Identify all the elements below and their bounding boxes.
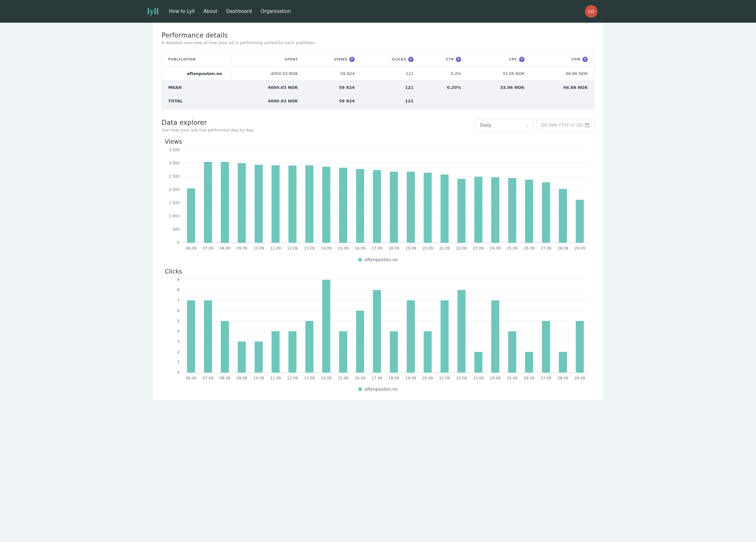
svg-text:11.09: 11.09: [270, 246, 281, 250]
chevron-down-icon: ⌄: [525, 123, 529, 127]
bar[interactable]: [305, 165, 313, 243]
bar[interactable]: [559, 352, 567, 372]
svg-text:24.09: 24.09: [490, 246, 501, 250]
bar[interactable]: [407, 172, 415, 242]
nav-how-to[interactable]: How to Lyll: [169, 9, 195, 14]
chart-views: 05001 0001 5002 0002 5003 0003 50006.090…: [162, 147, 594, 255]
bar[interactable]: [187, 188, 195, 242]
svg-text:29.09: 29.09: [575, 376, 585, 380]
bar[interactable]: [491, 300, 500, 373]
bar[interactable]: [272, 165, 280, 243]
svg-text:15.09: 15.09: [338, 376, 349, 380]
bar[interactable]: [525, 352, 533, 372]
col-ctr[interactable]: CTR?: [420, 52, 467, 67]
col-clicks[interactable]: CLICKS?: [361, 52, 420, 67]
bar[interactable]: [390, 172, 398, 242]
svg-text:17.09: 17.09: [372, 246, 382, 250]
bar[interactable]: [474, 177, 483, 242]
col-cpc[interactable]: CPC?: [467, 52, 531, 67]
bar[interactable]: [339, 168, 347, 242]
col-cpm[interactable]: CPM?: [531, 52, 594, 67]
bar[interactable]: [272, 331, 280, 373]
svg-text:22.09: 22.09: [456, 246, 467, 250]
bar[interactable]: [289, 165, 297, 242]
bar[interactable]: [221, 162, 229, 243]
nav-dashboard[interactable]: Dashboard: [226, 9, 252, 14]
bar[interactable]: [474, 352, 483, 372]
bar[interactable]: [424, 331, 432, 373]
help-icon[interactable]: ?: [349, 57, 355, 62]
col-views[interactable]: VIEWS?: [304, 52, 361, 67]
summary-row: MEAN4000.03 NOK59 8241210.20%33.06 NOK66…: [162, 81, 594, 94]
nav-organisation[interactable]: Organisation: [261, 9, 291, 14]
topbar: lyll How to Lyll About Dashboard Organis…: [0, 0, 756, 23]
bar[interactable]: [491, 177, 500, 242]
help-icon[interactable]: ?: [408, 57, 414, 62]
summary-row: TOTAL4000.03 NOK59 824121: [162, 94, 594, 109]
calendar-icon: [585, 123, 590, 128]
bar[interactable]: [576, 200, 584, 242]
svg-rect-0: [585, 123, 589, 127]
help-icon[interactable]: ?: [582, 57, 588, 62]
svg-text:9: 9: [177, 277, 180, 282]
col-publication[interactable]: PUBLICATION: [162, 52, 231, 67]
svg-text:2 000: 2 000: [169, 187, 180, 192]
bar[interactable]: [576, 321, 584, 373]
svg-text:14.09: 14.09: [321, 376, 332, 380]
avatar[interactable]: LO: [585, 5, 598, 18]
bar[interactable]: [356, 311, 364, 372]
bar[interactable]: [204, 300, 212, 373]
svg-text:28.09: 28.09: [558, 376, 568, 380]
svg-text:06.09: 06.09: [186, 376, 197, 380]
bar[interactable]: [457, 179, 466, 243]
bar[interactable]: [525, 180, 533, 242]
svg-text:13.09: 13.09: [304, 376, 315, 380]
svg-text:1 000: 1 000: [169, 214, 180, 218]
bar[interactable]: [238, 342, 246, 373]
bar[interactable]: [441, 174, 449, 242]
bar[interactable]: [322, 280, 330, 372]
help-icon[interactable]: ?: [456, 57, 461, 62]
legend-dot-icon: [358, 387, 362, 391]
svg-text:27.09: 27.09: [541, 376, 551, 380]
date-range-input[interactable]: DD.MM.YYYY to DD.MM.YYYY: [536, 119, 594, 131]
bar[interactable]: [373, 290, 381, 373]
svg-text:16.09: 16.09: [355, 246, 365, 250]
svg-text:12.09: 12.09: [287, 376, 298, 380]
bar[interactable]: [457, 290, 466, 373]
bar[interactable]: [204, 162, 212, 243]
help-icon[interactable]: ?: [519, 57, 524, 62]
bar[interactable]: [356, 169, 364, 242]
col-spent[interactable]: SPENT: [231, 52, 304, 67]
svg-text:1 500: 1 500: [169, 201, 180, 205]
bar[interactable]: [221, 321, 229, 373]
svg-text:07.09: 07.09: [203, 376, 213, 380]
svg-text:10.09: 10.09: [253, 246, 264, 250]
bar[interactable]: [373, 170, 381, 242]
brand-logo[interactable]: lyll: [147, 6, 159, 16]
bar[interactable]: [255, 342, 263, 373]
bar[interactable]: [441, 300, 449, 373]
svg-text:20.09: 20.09: [422, 246, 433, 250]
svg-text:23.09: 23.09: [473, 376, 484, 380]
bar[interactable]: [424, 173, 432, 242]
bar[interactable]: [542, 182, 550, 242]
bar[interactable]: [238, 163, 246, 242]
svg-text:25.09: 25.09: [507, 376, 518, 380]
bar[interactable]: [390, 331, 398, 373]
bar[interactable]: [339, 331, 347, 373]
bar[interactable]: [542, 321, 550, 373]
granularity-select[interactable]: Daily ⌄: [475, 119, 533, 131]
bar[interactable]: [407, 300, 415, 373]
bar[interactable]: [187, 300, 195, 373]
bar[interactable]: [322, 167, 330, 242]
bar[interactable]: [289, 331, 297, 373]
bar[interactable]: [255, 165, 263, 242]
table-row[interactable]: aftenposten.no4000.03 NOK59 8241210.2%33…: [162, 67, 594, 81]
bar[interactable]: [305, 321, 313, 373]
nav-about[interactable]: About: [203, 9, 217, 14]
svg-text:2: 2: [177, 350, 180, 354]
bar[interactable]: [559, 189, 567, 242]
bar[interactable]: [508, 178, 516, 242]
bar[interactable]: [508, 331, 516, 373]
